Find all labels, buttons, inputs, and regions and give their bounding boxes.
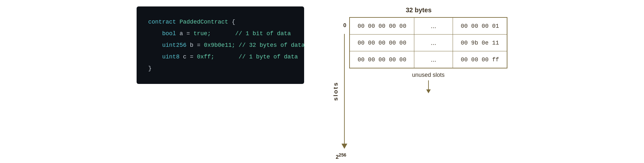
diagram-container: 32 bytes 0 slots [330, 6, 507, 162]
down-arrow [426, 80, 431, 93]
slot-middle-0: ... [414, 17, 453, 35]
slot-right-2: 00 00 00 ff [453, 51, 507, 68]
table-row: 00 00 00 00 00...00 00 00 ff [350, 51, 507, 68]
main-arrow-col [341, 34, 347, 149]
table-row: 00 00 00 00 00...00 9b 0e 11 [350, 35, 507, 51]
slot-table: 00 00 00 00 00...00 00 00 0100 00 00 00 … [349, 17, 507, 68]
close-line: } [148, 63, 293, 74]
axis-label-slots: slots [332, 82, 339, 101]
contract-line: contract PaddedContract { [148, 16, 293, 28]
axis-label-zero: 0 [343, 22, 346, 29]
slot-left-0: 00 00 00 00 00 [350, 17, 414, 35]
code-block: contract PaddedContract { bool a = true;… [137, 6, 304, 84]
axis-label-pow: 2256 [336, 152, 346, 160]
slot-right-0: 00 00 00 01 [453, 17, 507, 35]
slot-middle-1: ... [414, 35, 453, 51]
unused-label: unused slots [412, 72, 445, 78]
bool-line: bool a = true; // 1 bit of data [148, 28, 293, 39]
slot-left-2: 00 00 00 00 00 [350, 51, 414, 68]
table-row: 00 00 00 00 00...00 00 00 01 [350, 17, 507, 35]
diagram-title: 32 bytes [406, 6, 431, 14]
main-container: contract PaddedContract { bool a = true;… [13, 6, 631, 162]
slot-middle-2: ... [414, 51, 453, 68]
uint256-line: uint256 b = 0x9b0e11; // 32 bytes of dat… [148, 39, 293, 51]
slot-right-1: 00 9b 0e 11 [453, 35, 507, 51]
below-table: unused slots [349, 68, 507, 93]
right-section: 00 00 00 00 00...00 00 00 0100 00 00 00 … [349, 17, 507, 162]
slot-left-1: 00 00 00 00 00 [350, 35, 414, 51]
uint8-line: uint8 c = 0xff; // 1 byte of data [148, 51, 293, 63]
